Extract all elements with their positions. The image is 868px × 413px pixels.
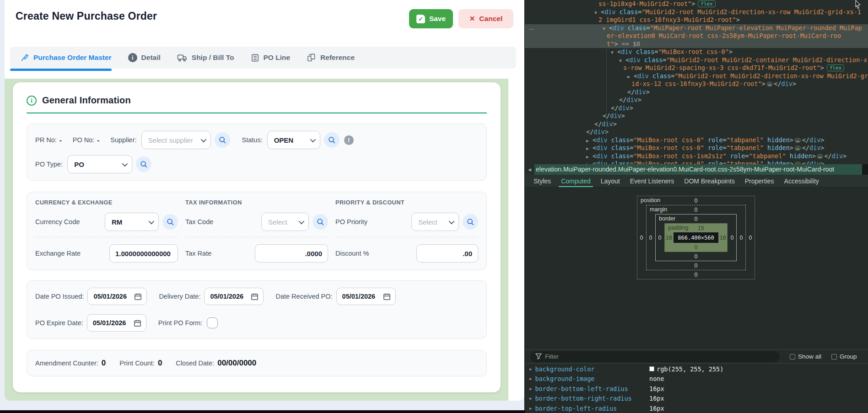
section-title: General Information (42, 95, 131, 106)
po-type-select[interactable]: PO (67, 155, 132, 173)
dom-tree-line[interactable]: </div> (525, 112, 868, 120)
checkbox-icon (790, 354, 795, 359)
devtools-sidebar-tabs: Styles Computed Layout Event Listeners D… (525, 175, 868, 188)
tab-layout[interactable]: Layout (596, 175, 625, 187)
exchange-rate-input[interactable]: 1.0000000000000 (109, 244, 178, 263)
cancel-button[interactable]: ✕ Cancel (458, 9, 513, 28)
dom-tree-line[interactable]: ▼<div class="MuiPaper-root MuiPaper-elev… (525, 24, 868, 32)
expanded-arrow-icon[interactable]: ▼ (603, 25, 609, 33)
group-checkbox[interactable]: Group (831, 353, 857, 360)
calendar-icon (383, 292, 391, 301)
dom-tree-line[interactable]: ▶<div class="MuiBox-root css-0" role="ta… (525, 160, 868, 164)
discount-input[interactable]: .00 (416, 244, 478, 263)
property-row[interactable]: ▶border-top-left-radius 16px (525, 403, 868, 413)
chevron-down-icon (299, 218, 305, 224)
flex-badge[interactable]: flex (698, 0, 716, 7)
tax-rate-input[interactable]: .0000 (255, 244, 328, 263)
po-expire-date-input[interactable]: 05/01/2026 (87, 314, 146, 332)
print-po-form-checkbox[interactable] (207, 317, 218, 328)
expand-arrow-icon[interactable]: ▶ (529, 367, 532, 371)
tab-dom-breakpoints[interactable]: DOM Breakpoints (679, 175, 739, 187)
dom-tree-line[interactable]: er-elevation0 MuiCard-root css-2s58ym-Mu… (525, 32, 868, 40)
expanded-arrow-icon[interactable]: ▼ (611, 48, 617, 57)
tab-properties[interactable]: Properties (740, 175, 779, 187)
dom-tree-line[interactable]: ▶<div class="MuiBox-root css-0" role="ta… (525, 144, 868, 152)
property-row[interactable]: ▶background-image none (525, 374, 868, 384)
po-priority-select[interactable]: Select (411, 213, 459, 231)
save-button[interactable]: ✓ Save (409, 9, 453, 28)
collapsed-arrow-icon[interactable]: ▶ (586, 161, 593, 164)
tab-reference[interactable]: Reference (307, 53, 355, 62)
tab-event-listeners[interactable]: Event Listeners (625, 175, 679, 187)
show-all-checkbox[interactable]: Show all (790, 353, 821, 360)
collapsed-arrow-icon[interactable]: ▶ (586, 137, 593, 145)
filter-input[interactable] (530, 351, 780, 362)
expand-arrow-icon[interactable]: ▶ (529, 396, 532, 401)
dom-tree-line[interactable]: ss-1pi8xg4-MuiGrid2-root">flex (525, 0, 868, 8)
flex-badge[interactable]: flex (827, 64, 845, 71)
supplier-search-button[interactable] (215, 132, 230, 148)
breadcrumb-selected-node[interactable]: elevation.MuiPaper-rounded.MuiPaper-elev… (534, 164, 862, 175)
date-received-po-input[interactable]: 05/01/2026 (336, 288, 396, 305)
supplier-select[interactable]: Select supplier (141, 131, 211, 149)
tab-accessibility[interactable]: Accessibility (779, 175, 824, 187)
po-no-value: - (97, 136, 99, 144)
box-model-diagram[interactable]: 866.400×560 position margin border paddi… (637, 196, 755, 279)
dom-tree-line[interactable]: </div> (525, 104, 868, 113)
tab-ship-bill-to[interactable]: Ship / Bill To (177, 54, 234, 62)
dom-tree-line[interactable]: </div> (525, 128, 868, 136)
tab-styles[interactable]: Styles (528, 175, 556, 187)
dom-tree-line[interactable]: ▶<div class="MuiGrid2-root MuiGrid2-dire… (525, 72, 868, 80)
margin-top-value: 0 (695, 207, 698, 213)
app-panel: Create New Purchase Order ✓ Save ✕ Cance… (5, 0, 524, 401)
expand-arrow-icon[interactable]: ▶ (529, 406, 532, 411)
collapsed-children-ellipsis[interactable]: … (817, 154, 824, 159)
property-row[interactable]: ▶background-color rgb(255, 255, 255) (525, 364, 868, 374)
collapsed-children-ellipsis[interactable]: … (794, 138, 801, 143)
collapsed-arrow-icon[interactable]: ▶ (586, 145, 593, 153)
search-icon (218, 136, 226, 144)
collapsed-arrow-icon[interactable]: ▶ (627, 73, 634, 81)
expand-arrow-icon[interactable]: ▶ (529, 376, 532, 381)
position-top-value: 0 (695, 198, 698, 204)
expand-arrow-icon[interactable]: ▶ (529, 386, 532, 391)
currency-search-button[interactable] (162, 214, 178, 230)
dom-tree-line[interactable]: ▶<div class="MuiBox-root css-0" role="ta… (525, 136, 868, 145)
dom-tree-line[interactable]: t"> == $0 (525, 40, 868, 48)
breadcrumb-overflow[interactable] (862, 164, 868, 175)
currency-code-select[interactable]: RM (105, 213, 159, 231)
expanded-arrow-icon[interactable]: ▼ (594, 9, 601, 17)
more-actions-dots[interactable]: … (526, 25, 537, 32)
po-priority-search-button[interactable] (463, 214, 478, 230)
breadcrumb-back-button[interactable]: ◀ (525, 164, 534, 175)
tab-detail[interactable]: i Detail (128, 53, 161, 62)
expanded-arrow-icon[interactable]: ▼ (619, 57, 625, 65)
dom-tree-line[interactable]: </div> (525, 96, 868, 104)
dom-tree-line[interactable]: ▼<div class="MuiBox-root css-0"> (525, 48, 868, 56)
status-select[interactable]: OPEN (267, 131, 320, 149)
property-row[interactable]: ▶border-bottom-right-radius 16px (525, 394, 868, 404)
delivery-date-input[interactable]: 05/01/2026 (204, 288, 264, 305)
dom-tree-line[interactable]: </div> (525, 120, 868, 129)
property-row[interactable]: ▶border-bottom-left-radius 16px (525, 384, 868, 394)
tab-panel-background: i General Information PR No: - PO No: - (5, 79, 508, 401)
dom-tree-line[interactable]: ▼<div class="MuiGrid2-root MuiGrid2-cont… (525, 56, 868, 64)
tab-po-line[interactable]: PO Line (251, 54, 291, 62)
po-expire-date-label: PO Expire Date: (35, 319, 83, 327)
tab-purchase-order-master[interactable]: Purchase Order Master (20, 53, 112, 62)
tab-computed[interactable]: Computed (556, 175, 596, 187)
dom-tree-line[interactable]: ▶<div class="MuiBox-root css-1sm2s1z" ro… (525, 152, 868, 161)
dom-tree-line[interactable]: id-xs-12 css-16fnxy3-MuiGrid2-root">…</d… (525, 80, 868, 88)
dom-tree-line[interactable]: 2 imgGird1 css-16fnxy3-MuiGrid2-root"> (525, 16, 868, 24)
collapsed-arrow-icon[interactable]: ▶ (586, 153, 593, 161)
tax-code-select[interactable]: Select (261, 213, 309, 231)
po-type-search-button[interactable] (136, 156, 151, 172)
dom-tree-line[interactable]: s-row MuiGrid2-spacing-xs-3 css-dkd71f-M… (525, 64, 868, 72)
dom-tree-line[interactable]: ▼<div class="MuiGrid2-root MuiGrid2-dire… (525, 8, 868, 16)
date-po-issued-input[interactable]: 05/01/2026 (87, 288, 147, 305)
collapsed-children-ellipsis[interactable]: … (794, 145, 801, 151)
collapsed-children-ellipsis[interactable]: … (766, 81, 773, 87)
status-search-button[interactable] (324, 132, 340, 148)
tax-code-search-button[interactable] (313, 214, 328, 230)
dom-tree-line[interactable]: </div> (525, 88, 868, 97)
